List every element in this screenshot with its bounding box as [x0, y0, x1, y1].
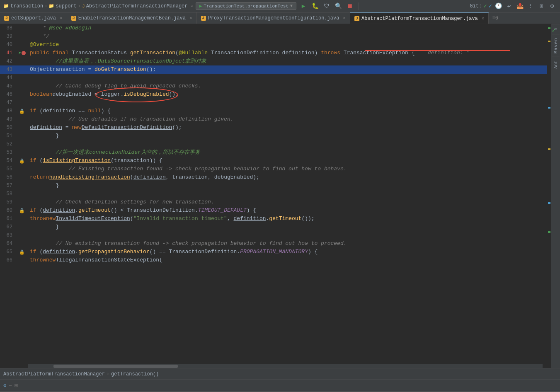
code-line: 40 @Override: [0, 41, 547, 49]
gutter-icons: [16, 223, 28, 231]
current-line-arrow: ➤: [18, 50, 22, 56]
code-line: 39 */: [0, 32, 547, 41]
maven-label2[interactable]: Maven: [552, 34, 560, 57]
code-line: 59 // Check definition settings for new …: [0, 198, 547, 206]
gutter-icons: 🔒: [16, 107, 28, 115]
line-number: 62: [0, 223, 16, 231]
gutter-icons: [16, 82, 28, 90]
minimap-mark-green: [548, 27, 550, 29]
stop-button[interactable]: ⏹: [345, 2, 354, 11]
gutter-icons: [16, 140, 28, 148]
tab-close4[interactable]: ×: [482, 16, 485, 21]
code-content: @Override: [28, 41, 547, 49]
breadcrumb-transaction[interactable]: transaction: [10, 3, 43, 9]
line-number: 51: [0, 132, 16, 140]
scrollbar-thumb-h[interactable]: [53, 365, 178, 368]
breadcrumb-class-name: AbstractPlatformTransactionManager: [3, 371, 105, 377]
git-check2[interactable]: ✓: [489, 2, 492, 10]
code-content: if (definition.getTimeout() < Transactio…: [28, 206, 547, 215]
code-content: throw new TllegalTransactionStateExcepti…: [28, 256, 547, 264]
gutter-icons: 🔒: [16, 248, 28, 256]
line-number: 39: [0, 32, 16, 41]
line-number: 58: [0, 190, 16, 198]
git-more[interactable]: ⋮: [526, 2, 535, 11]
code-content: [28, 140, 547, 148]
tab-close[interactable]: ×: [60, 16, 63, 21]
line-number: 40: [0, 41, 16, 49]
code-editor[interactable]: 38 * @see #doBegin 39 */ 40 @Override 41: [0, 24, 547, 368]
main-area: 38 * @see #doBegin 39 */ 40 @Override 41: [0, 24, 560, 368]
tab-extra[interactable]: ≡6: [489, 12, 501, 24]
tab-enableTransaction[interactable]: J EnableTransactionManagementBean.java ×: [67, 12, 197, 24]
code-content: public final TransactionStatus getTransa…: [28, 49, 547, 57]
settings-button[interactable]: ⚙: [548, 2, 557, 11]
layout-button[interactable]: ⊞: [537, 2, 546, 11]
run-config-label: TransactionTest.propagationTest: [204, 4, 288, 9]
breakpoint[interactable]: [22, 51, 26, 55]
code-line: 66 throw new TllegalTransactionStateExce…: [0, 256, 547, 264]
run-button[interactable]: ▶: [299, 2, 308, 11]
git-push[interactable]: 📤: [515, 2, 524, 11]
tab-java-icon4: J: [354, 16, 359, 21]
gutter-icons: [16, 198, 28, 206]
gutter-icons: ➤: [16, 49, 28, 57]
coverage-button[interactable]: 🛡: [322, 2, 331, 11]
minimap-mark-green2: [548, 231, 550, 233]
line-number: 42: [0, 57, 16, 65]
tab-abstractPlatform[interactable]: J AbstractPlatformTransactionManager.jav…: [350, 12, 489, 24]
gutter-icons: [16, 41, 28, 49]
gutter-icons: [16, 190, 28, 198]
gutter-icons: 🔒: [16, 157, 28, 165]
git-history[interactable]: 🕐: [494, 2, 503, 11]
code-line: 49 // Use defaults if no transaction def…: [0, 115, 547, 123]
ant-label[interactable]: Ant: [552, 57, 560, 72]
line-number: 60: [0, 206, 16, 215]
code-line: 62 }: [0, 223, 547, 231]
settings-icon-bottom[interactable]: ⚙: [3, 382, 6, 389]
code-line: 47: [0, 99, 547, 107]
git-section: Git: ✓ ✓ 🕐 ↩ 📤 ⋮ ⊞ ⚙: [470, 2, 557, 11]
git-update[interactable]: ↩: [504, 2, 514, 11]
code-content: }: [28, 223, 547, 231]
code-content: if (isExistingTransaction(transaction)) …: [28, 157, 547, 165]
horizontal-scrollbar[interactable]: [28, 364, 543, 368]
tab-proxyTransaction[interactable]: J ProxyTransactionManagementConfiguratio…: [197, 12, 350, 24]
git-check1[interactable]: ✓: [483, 2, 487, 10]
line-number: 56: [0, 173, 16, 181]
minimap-mark-yellow: [548, 41, 550, 42]
gutter-icons: [16, 148, 28, 157]
line-number: 64: [0, 240, 16, 248]
tab-close2[interactable]: ×: [189, 16, 192, 21]
run-config-selector[interactable]: ▶ TransactionTest.propagationTest ▼: [196, 2, 296, 10]
code-content: */: [28, 32, 547, 41]
breadcrumb-class[interactable]: AbstractPlatformTransactionManager: [86, 3, 188, 9]
gutter-icons: [16, 65, 28, 74]
code-line: 51 }: [0, 132, 547, 140]
tab-close3[interactable]: ×: [343, 16, 346, 21]
line-number: 47: [0, 99, 16, 107]
line-number: 59: [0, 198, 16, 206]
line-number: 46: [0, 90, 16, 99]
shield-icon3: 🔒: [19, 208, 25, 213]
gutter-icons: [16, 99, 28, 107]
debug-button[interactable]: 🐛: [310, 2, 320, 11]
top-toolbar: 📁 transaction › 📁 support › J AbstractPl…: [0, 0, 560, 12]
code-content: [28, 99, 547, 107]
line-number: 44: [0, 74, 16, 82]
breadcrumb-support[interactable]: support: [56, 3, 76, 9]
code-content: [28, 190, 547, 198]
bottom-breadcrumb: AbstractPlatformTransactionManager › get…: [0, 368, 560, 380]
gutter-icons: [16, 123, 28, 132]
code-content: // Check definition settings for new tra…: [28, 198, 547, 206]
tab-ectSupport[interactable]: J ectSupport.java ×: [0, 12, 67, 24]
code-line: 50 definition = new DefaultTransactionDe…: [0, 123, 547, 132]
sep1: [359, 2, 359, 10]
line-number: 61: [0, 215, 16, 223]
gutter-icons: [16, 90, 28, 99]
expand-icon-bottom[interactable]: ⊞: [14, 382, 17, 389]
maven-label[interactable]: m: [552, 24, 560, 34]
minus-icon-bottom[interactable]: —: [9, 383, 12, 389]
tab-java-icon3: J: [201, 16, 206, 21]
search-button[interactable]: 🔍: [334, 2, 343, 11]
line-number: 50: [0, 123, 16, 132]
